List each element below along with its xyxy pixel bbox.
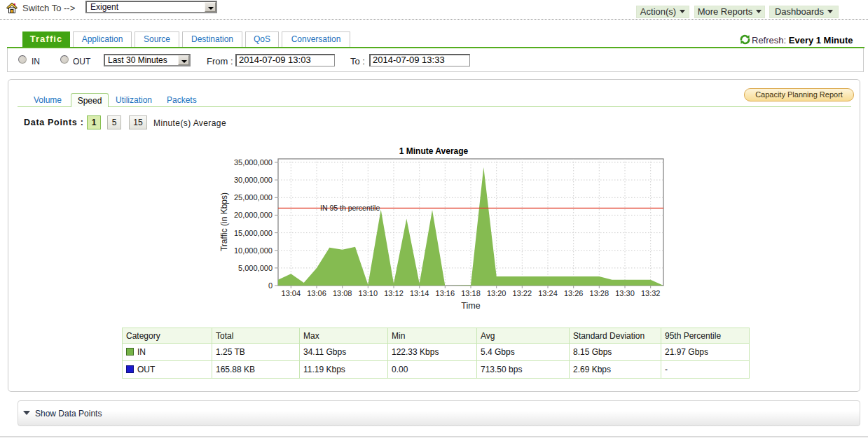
svg-text:20,000,000: 20,000,000	[234, 211, 273, 219]
svg-text:15,000,000: 15,000,000	[234, 229, 273, 237]
svg-text:13:22: 13:22	[513, 289, 532, 297]
svg-text:Time: Time	[461, 301, 480, 311]
svg-text:10,000,000: 10,000,000	[234, 246, 273, 255]
svg-text:1 Minute Average: 1 Minute Average	[399, 146, 469, 156]
svg-text:13:10: 13:10	[359, 289, 378, 297]
svg-text:13:06: 13:06	[307, 289, 326, 297]
svg-text:13:12: 13:12	[384, 289, 404, 297]
svg-text:35,000,000: 35,000,000	[234, 158, 273, 167]
svg-text:13:24: 13:24	[538, 289, 558, 297]
svg-text:30,000,000: 30,000,000	[234, 176, 273, 184]
svg-text:5,000,000: 5,000,000	[238, 264, 273, 272]
svg-text:13:18: 13:18	[461, 289, 481, 297]
svg-text:13:14: 13:14	[410, 289, 429, 297]
svg-text:13:20: 13:20	[487, 289, 507, 297]
svg-text:13:04: 13:04	[282, 289, 301, 297]
svg-text:13:30: 13:30	[615, 289, 635, 297]
svg-text:13:28: 13:28	[590, 289, 609, 297]
svg-text:13:26: 13:26	[564, 289, 584, 297]
svg-text:13:08: 13:08	[333, 289, 352, 297]
svg-text:IN 95 th percentile: IN 95 th percentile	[320, 204, 380, 212]
svg-text:13:32: 13:32	[641, 289, 661, 297]
svg-text:25,000,000: 25,000,000	[234, 193, 273, 202]
svg-text:13:16: 13:16	[436, 289, 455, 297]
svg-text:0: 0	[268, 281, 273, 290]
svg-text:Traffic (in Kbps): Traffic (in Kbps)	[219, 192, 229, 251]
